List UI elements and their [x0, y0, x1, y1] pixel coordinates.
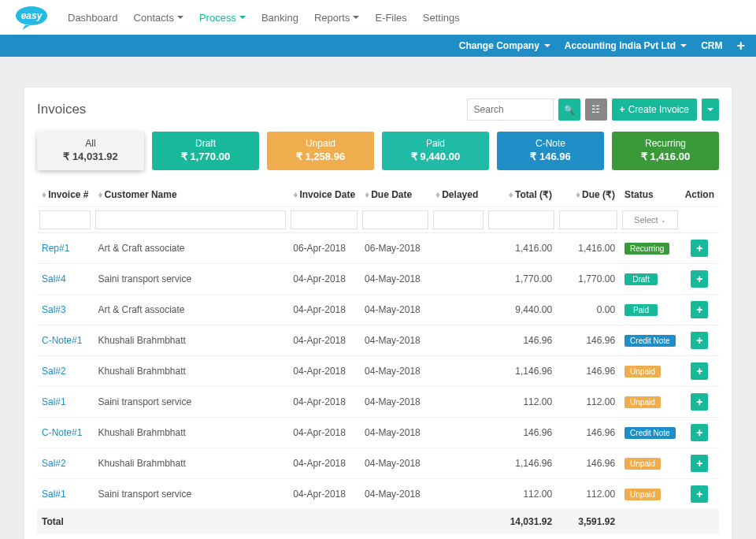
caret-down-icon	[680, 44, 687, 47]
col-invoice-date[interactable]: ♦Invoice Date	[288, 183, 360, 207]
cell-invoice-date: 04-Apr-2018	[288, 448, 360, 479]
card-recurring[interactable]: Recurring₹ 1,416.00	[612, 132, 719, 170]
nav-banking[interactable]: Banking	[261, 12, 298, 24]
invoice-link[interactable]: Sal#2	[42, 366, 66, 377]
card-label: C-Note	[497, 138, 604, 149]
cell-delayed	[431, 448, 486, 479]
caret-down-icon	[177, 16, 183, 19]
cell-invoice-date: 04-Apr-2018	[288, 479, 360, 510]
cell-due: 146.96	[557, 325, 620, 356]
card-label: Unpaid	[267, 138, 374, 149]
cell-invoice-date: 04-Apr-2018	[288, 264, 360, 295]
grid-view-button[interactable]	[585, 99, 607, 121]
cell-total: 9,440.00	[486, 295, 557, 325]
card-label: Draft	[152, 138, 259, 149]
col-status: Status	[620, 183, 680, 207]
table-row: Sal#2Khushali Brahmbhatt04-Apr-201804-Ma…	[37, 448, 719, 479]
caret-down-icon	[239, 16, 246, 19]
filter-total[interactable]	[488, 210, 554, 229]
invoice-link[interactable]: Sal#2	[42, 458, 66, 469]
filter-status-select[interactable]: Select⌄	[622, 210, 678, 229]
card-unpaid[interactable]: Unpaid₹ 1,258.96	[267, 132, 374, 170]
create-invoice-button[interactable]: +Create Invoice	[612, 99, 697, 121]
row-action-button[interactable]: +	[691, 455, 708, 472]
nav-items: DashboardContactsProcessBankingReportsE-…	[68, 12, 460, 24]
cell-due-date: 04-May-2018	[360, 387, 431, 418]
filter-invoice-date[interactable]	[291, 210, 358, 229]
total-label: Total	[37, 510, 93, 534]
invoice-link[interactable]: Rep#1	[42, 243, 69, 254]
filter-customer[interactable]	[95, 210, 286, 229]
col-action: Action	[680, 183, 719, 207]
crm-link[interactable]: CRM	[701, 40, 722, 51]
current-company-link[interactable]: Accounting India Pvt Ltd	[565, 40, 687, 51]
filter-due-date[interactable]	[362, 210, 428, 229]
cell-customer: Khushali Brahmbhatt	[93, 356, 288, 387]
table-row: Sal#1Saini transport service04-Apr-20180…	[37, 387, 719, 418]
col-delayed[interactable]: ♦Delayed	[431, 183, 486, 207]
col-due[interactable]: ♦Due (₹)	[557, 183, 620, 207]
cell-customer: Saini transport service	[93, 264, 288, 295]
nav-settings[interactable]: Settings	[423, 12, 460, 24]
nav-reports[interactable]: Reports	[314, 12, 360, 24]
table-row: C-Note#1Khushali Brahmbhatt04-Apr-201804…	[37, 418, 719, 448]
cell-customer: Saini transport service	[93, 387, 288, 418]
invoice-link[interactable]: Sal#1	[42, 489, 66, 500]
invoices-panel: Invoices +Create Invoice All₹ 14,031.92D…	[24, 87, 732, 539]
company-bar: Change Company Accounting India Pvt Ltd …	[0, 35, 756, 57]
nav-dashboard[interactable]: Dashboard	[68, 12, 118, 24]
nav-process[interactable]: Process	[199, 12, 246, 24]
cell-delayed	[431, 356, 486, 387]
col-invoice-no[interactable]: ♦Invoice #	[37, 183, 93, 207]
cell-delayed	[431, 233, 486, 264]
total-due: 3,591.92	[557, 510, 620, 534]
cell-customer: Art & Craft associate	[93, 295, 288, 325]
card-label: All	[37, 138, 144, 149]
row-action-button[interactable]: +	[691, 485, 708, 503]
nav-e-files[interactable]: E-Files	[375, 12, 406, 24]
row-action-button[interactable]: +	[691, 240, 708, 257]
create-invoice-dropdown[interactable]	[702, 99, 719, 121]
row-action-button[interactable]: +	[691, 362, 708, 380]
card-draft[interactable]: Draft₹ 1,770.00	[152, 132, 259, 170]
invoice-link[interactable]: C-Note#1	[42, 335, 82, 346]
cell-customer: Art & Craft associate	[93, 233, 288, 264]
card-cnote[interactable]: C-Note₹ 146.96	[497, 132, 604, 170]
nav-contacts[interactable]: Contacts	[134, 12, 183, 24]
total-row: Total14,031.923,591.92	[37, 510, 719, 534]
cell-due-date: 04-May-2018	[360, 295, 431, 325]
cell-customer: Khushali Brahmbhatt	[93, 325, 288, 356]
row-action-button[interactable]: +	[691, 393, 708, 411]
table-row: Sal#4Saini transport service04-Apr-20180…	[37, 264, 719, 295]
row-action-button[interactable]: +	[691, 270, 708, 288]
invoice-link[interactable]: C-Note#1	[42, 427, 82, 438]
filter-due[interactable]	[559, 210, 617, 229]
invoice-link[interactable]: Sal#3	[42, 304, 66, 315]
filter-invoice-no[interactable]	[39, 210, 91, 229]
row-action-button[interactable]: +	[691, 332, 708, 349]
invoice-link[interactable]: Sal#4	[42, 273, 66, 284]
search-button[interactable]	[558, 99, 580, 121]
card-all[interactable]: All₹ 14,031.92	[37, 132, 144, 170]
search-input[interactable]	[467, 99, 554, 121]
col-customer[interactable]: ♦Customer Name	[93, 183, 288, 207]
filter-delayed[interactable]	[433, 210, 484, 229]
card-paid[interactable]: Paid₹ 9,440.00	[382, 132, 489, 170]
cell-due-date: 04-May-2018	[360, 448, 431, 479]
cell-total: 112.00	[486, 479, 557, 510]
cell-total: 1,770.00	[486, 264, 557, 295]
add-icon[interactable]: +	[736, 38, 745, 54]
cell-due: 1,416.00	[557, 233, 620, 264]
invoice-link[interactable]: Sal#1	[42, 396, 66, 407]
logo: easy	[14, 5, 49, 30]
card-label: Paid	[382, 138, 489, 149]
col-due-date[interactable]: ♦Due Date	[360, 183, 431, 207]
table-row: Rep#1Art & Craft associate06-Apr-201806-…	[37, 233, 719, 264]
cell-due: 112.00	[557, 387, 620, 418]
change-company-link[interactable]: Change Company	[459, 40, 550, 51]
row-action-button[interactable]: +	[691, 424, 708, 441]
cell-total: 1,146.96	[486, 356, 557, 387]
row-action-button[interactable]: +	[691, 301, 708, 318]
col-total[interactable]: ♦Total (₹)	[486, 183, 557, 207]
card-amount: ₹ 146.96	[497, 151, 604, 162]
